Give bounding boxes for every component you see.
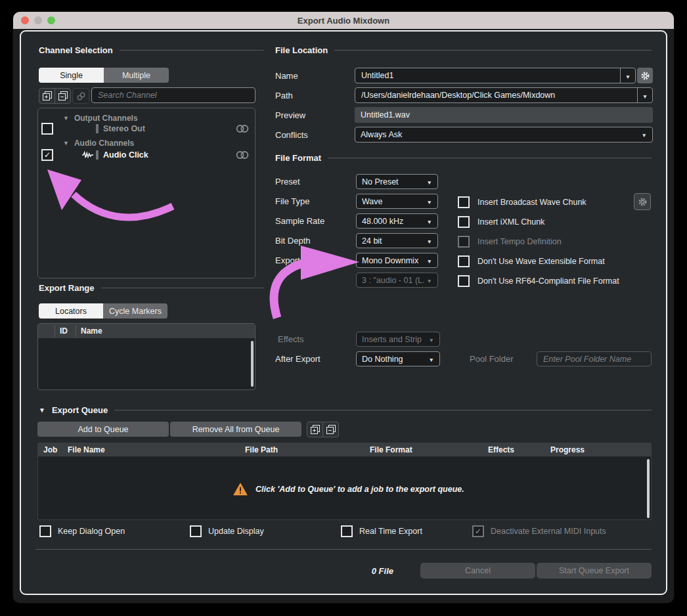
option-insert-ixml[interactable]: Insert iXML Chunk xyxy=(458,216,544,228)
file-path-input[interactable] xyxy=(355,88,637,102)
zoom-window-button[interactable] xyxy=(47,16,55,24)
close-window-button[interactable] xyxy=(21,16,29,24)
file-format-header: File Format xyxy=(275,152,652,163)
collapse-all-icon xyxy=(58,91,68,101)
tab-cycle-markers[interactable]: Cycle Markers xyxy=(103,303,167,319)
chevron-down-icon xyxy=(642,89,648,101)
chevron-down-icon xyxy=(427,236,432,246)
file-name-input[interactable] xyxy=(355,68,620,83)
conflicts-label: Conflicts xyxy=(275,130,308,140)
bit-depth-dropdown[interactable]: 24 bit xyxy=(356,233,438,248)
option-no-rf64[interactable]: Don't Use RF64-Compliant File Format xyxy=(458,275,619,287)
export-as-value: Mono Downmix xyxy=(362,256,427,265)
file-type-label: File Type xyxy=(275,196,310,206)
conflicts-dropdown[interactable]: Always Ask xyxy=(355,127,653,143)
annotation-arrow-mono-downmix xyxy=(264,240,364,322)
warning-icon xyxy=(233,483,248,496)
tab-multiple[interactable]: Multiple xyxy=(104,68,169,83)
option-real-time-export[interactable]: Real Time Export xyxy=(341,525,422,537)
real-time-export-checkbox[interactable] xyxy=(341,525,353,537)
after-export-dropdown[interactable]: Do Nothing xyxy=(356,351,440,366)
collapse-all-icon xyxy=(326,424,336,435)
chevron-down-icon xyxy=(625,70,631,81)
pool-folder-input[interactable] xyxy=(537,351,652,366)
file-location-header: File Location xyxy=(275,45,652,55)
option-label: Don't Use Wave Extensible Format xyxy=(477,257,605,266)
effects-value: Inserts and Strip xyxy=(362,335,429,344)
option-label: Deactivate External MIDI Inputs xyxy=(491,527,606,536)
broadcast-wave-gear-button[interactable] xyxy=(634,193,651,210)
audio-click-checkbox[interactable] xyxy=(41,149,53,161)
preview-filename-value: Untitled1.wav xyxy=(355,107,653,123)
path-options-dropdown-button[interactable] xyxy=(637,88,652,102)
after-export-label: After Export xyxy=(275,354,321,364)
no-rf64-checkbox[interactable] xyxy=(458,275,470,287)
stereo-out-checkbox[interactable] xyxy=(41,123,53,135)
chevron-down-icon xyxy=(427,256,432,265)
option-no-wave-extensible[interactable]: Don't Use Wave Extensible Format xyxy=(458,255,605,267)
export-range-header: Export Range xyxy=(39,282,264,293)
collapse-triangle-icon[interactable] xyxy=(63,140,69,146)
remove-all-from-queue-button[interactable]: Remove All from Queue xyxy=(170,422,301,437)
chevron-down-icon xyxy=(427,177,432,187)
export-as-dropdown[interactable]: Mono Downmix xyxy=(356,253,438,268)
minimize-window-button[interactable] xyxy=(34,16,42,24)
tree-group-output-channels[interactable]: Output Channels xyxy=(63,114,138,123)
start-queue-export-button[interactable]: Start Queue Export xyxy=(537,563,652,579)
collapse-triangle-icon[interactable] xyxy=(63,115,69,121)
option-update-display[interactable]: Update Display xyxy=(190,525,264,537)
search-channel-input[interactable] xyxy=(91,87,255,103)
option-label: Insert Broadcast Wave Chunk xyxy=(477,198,587,207)
file-type-dropdown[interactable]: Wave xyxy=(356,194,438,209)
preset-dropdown[interactable]: No Preset xyxy=(356,174,438,189)
sample-rate-dropdown[interactable]: 48.000 kHz xyxy=(356,213,438,229)
chevron-down-icon xyxy=(642,130,647,139)
insert-ixml-checkbox[interactable] xyxy=(458,216,470,228)
collapse-all-button[interactable] xyxy=(55,89,70,103)
channel-row-audio-click[interactable]: Audio Click xyxy=(38,149,255,161)
channel-row-stereo-out[interactable]: Stereo Out xyxy=(38,123,255,135)
range-table-header: ID Name xyxy=(38,324,255,338)
chevron-down-icon xyxy=(429,355,434,364)
queue-table-scrollbar[interactable] xyxy=(647,459,650,518)
option-label: Insert iXML Chunk xyxy=(477,217,544,227)
option-label: Don't Use RF64-Compliant File Format xyxy=(477,276,619,286)
no-wave-extensible-checkbox[interactable] xyxy=(458,255,470,267)
waveform-icon xyxy=(81,151,95,159)
path-label: Path xyxy=(275,91,293,100)
option-keep-dialog-open[interactable]: Keep Dialog Open xyxy=(39,525,125,537)
naming-scheme-gear-button[interactable] xyxy=(637,68,653,83)
link-channels-button[interactable] xyxy=(72,88,89,104)
tree-group-audio-channels[interactable]: Audio Channels xyxy=(63,139,134,148)
add-to-queue-button[interactable]: Add to Queue xyxy=(37,422,169,437)
cancel-button[interactable]: Cancel xyxy=(420,563,535,579)
option-insert-broadcast-wave[interactable]: Insert Broadcast Wave Chunk xyxy=(458,196,587,208)
column-id: ID xyxy=(60,326,68,336)
range-table-scrollbar[interactable] xyxy=(251,341,254,387)
channel-name: Stereo Out xyxy=(103,124,145,133)
queue-collapse-all-button[interactable] xyxy=(322,422,338,437)
keep-dialog-open-checkbox[interactable] xyxy=(39,525,51,537)
channel-selection-header: Channel Selection xyxy=(39,45,264,55)
collapse-triangle-icon[interactable] xyxy=(39,407,45,414)
tab-single[interactable]: Single xyxy=(39,68,104,83)
expand-all-button[interactable] xyxy=(39,89,55,103)
queue-table-header: Job File Name File Path File Format Effe… xyxy=(38,443,651,456)
column-file-format: File Format xyxy=(370,445,412,454)
traffic-lights xyxy=(21,16,55,24)
channel-mode-tabs: Single Multiple xyxy=(39,68,169,83)
tab-locators[interactable]: Locators xyxy=(39,303,103,319)
update-display-checkbox[interactable] xyxy=(190,525,202,537)
window-title: Export Audio Mixdown xyxy=(298,16,389,26)
title-bar[interactable]: Export Audio Mixdown xyxy=(13,12,674,29)
queue-empty-text: Click 'Add to Queue' to add a job to the… xyxy=(255,485,464,494)
name-history-dropdown-button[interactable] xyxy=(620,68,635,83)
export-queue-table: Job File Name File Path File Format Effe… xyxy=(37,443,652,520)
column-job: Job xyxy=(43,445,57,454)
column-progress: Progress xyxy=(550,445,585,454)
stereo-icon xyxy=(235,124,250,133)
column-file-name: File Name xyxy=(68,445,105,454)
queue-expand-all-button[interactable] xyxy=(307,422,322,437)
export-audio-mixdown-window: Export Audio Mixdown Channel Selection S… xyxy=(13,12,674,603)
insert-broadcast-wave-checkbox[interactable] xyxy=(458,196,470,208)
